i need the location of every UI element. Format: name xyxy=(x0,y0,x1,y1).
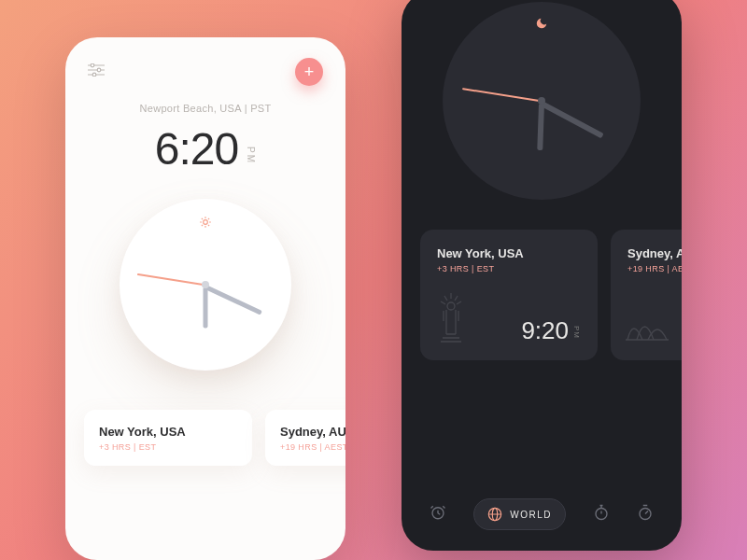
stopwatch-tab-icon[interactable] xyxy=(593,504,610,525)
alarm-tab-icon[interactable] xyxy=(430,504,446,525)
settings-icon[interactable] xyxy=(88,63,105,80)
sun-icon xyxy=(199,216,212,232)
city-offset: +3 HRS | EST xyxy=(437,264,581,273)
svg-line-13 xyxy=(202,225,203,226)
svg-point-5 xyxy=(92,73,96,77)
clock-face-dark xyxy=(443,2,641,200)
svg-point-1 xyxy=(91,63,94,67)
clock-center xyxy=(538,97,545,105)
city-cards-dark: New York, USA +3 HRS | EST 9:20 PM Sydne… xyxy=(402,230,682,360)
analog-clock-dark xyxy=(439,0,644,203)
minute-hand xyxy=(541,101,604,138)
topbar: + xyxy=(65,37,345,95)
svg-point-15 xyxy=(447,302,455,310)
city-name: Sydney, AU xyxy=(627,246,682,260)
timer-tab-icon[interactable] xyxy=(637,504,654,525)
minute-hand xyxy=(204,285,262,315)
world-tab-label: WORLD xyxy=(510,510,552,520)
hour-hand xyxy=(204,287,208,329)
phone-dark: New York, USA +3 HRS | EST 9:20 PM Sydne… xyxy=(402,0,682,551)
city-card[interactable]: Sydney, AU +19 HRS | AEST xyxy=(265,410,345,466)
city-cards: New York, USA +3 HRS | EST Sydney, AU +1… xyxy=(65,410,345,466)
city-card[interactable]: New York, USA +3 HRS | EST 9:20 PM xyxy=(420,230,598,360)
svg-line-11 xyxy=(202,218,203,219)
clock-face xyxy=(120,199,291,371)
svg-line-14 xyxy=(208,218,209,219)
main-time: 6:20 PM xyxy=(65,123,345,175)
opera-house-icon xyxy=(626,312,669,347)
tabbar: WORLD xyxy=(402,498,682,530)
svg-point-3 xyxy=(97,68,101,72)
svg-line-12 xyxy=(208,225,209,226)
time-value: 6:20 xyxy=(155,123,238,175)
location-label: Newport Beach, USA | PST xyxy=(65,103,345,114)
city-name: New York, USA xyxy=(99,425,237,439)
analog-clock xyxy=(112,191,299,378)
city-card[interactable]: New York, USA +3 HRS | EST xyxy=(84,410,252,466)
hour-hand xyxy=(537,104,544,150)
city-name: Sydney, AU xyxy=(280,425,345,439)
time-ampm: PM xyxy=(246,147,256,164)
add-button[interactable]: + xyxy=(295,58,323,86)
clock-center xyxy=(202,281,209,288)
city-card[interactable]: Sydney, AU +19 HRS | AEST 1 xyxy=(611,230,682,360)
liberty-statue-icon xyxy=(435,293,467,347)
moon-icon xyxy=(535,17,548,34)
phone-light: + Newport Beach, USA | PST 6:20 PM xyxy=(65,37,345,560)
second-hand xyxy=(462,89,542,103)
city-offset: +19 HRS | AEST xyxy=(280,442,345,452)
svg-point-6 xyxy=(204,220,208,225)
world-tab[interactable]: WORLD xyxy=(473,498,566,530)
city-offset: +3 HRS | EST xyxy=(99,442,237,452)
city-offset: +19 HRS | AEST xyxy=(627,264,682,273)
city-time: 9:20 PM xyxy=(521,316,581,345)
second-hand xyxy=(137,273,205,286)
city-name: New York, USA xyxy=(437,246,581,260)
